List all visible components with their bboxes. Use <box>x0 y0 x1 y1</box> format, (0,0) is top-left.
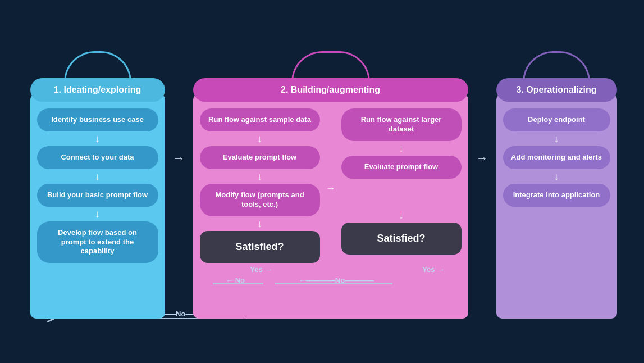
yes-label-left: Yes <box>250 265 263 274</box>
step-identify: Identify business use case <box>37 108 158 131</box>
arrow-c32: ↓ <box>554 171 559 182</box>
yes-no-row: Yes → Yes → <box>200 265 462 274</box>
yes-right-group: Yes → <box>422 265 444 274</box>
step-deploy: Deploy endpoint <box>503 108 610 131</box>
arrow2: ↓ <box>95 171 100 182</box>
step-integrate: Integrate into application <box>503 184 610 207</box>
col1-header: 1. Ideating/exploring <box>30 78 165 102</box>
col3-arc <box>523 51 590 82</box>
arrow-col2-col3: → <box>476 151 488 166</box>
building-left: Run flow against sample data ↓ Evaluate … <box>200 103 320 263</box>
col-building: 2. Building/augmenting Run flow against … <box>193 78 468 319</box>
col1-arc <box>64 51 131 82</box>
arrow-bl2: ↓ <box>257 171 262 182</box>
step-run-sample: Run flow against sample data <box>200 108 320 131</box>
arrow3: ↓ <box>95 209 100 219</box>
building-right: Run flow against larger dataset ↓ Evalua… <box>341 103 462 263</box>
yes-left-group: Yes → <box>250 265 272 274</box>
step-modify: Modify flow (prompts and tools, etc.) <box>200 184 320 216</box>
step-eval-right: Evaluate prompt flow <box>341 156 462 179</box>
arrow-sub: → <box>326 114 336 263</box>
arrow-c31: ↓ <box>554 134 559 144</box>
no-row: ← No ←————No———— <box>200 278 462 301</box>
col2-body: Run flow against sample data ↓ Evaluate … <box>193 94 468 319</box>
step-build-basic: Build your basic prompt flow <box>37 184 158 207</box>
arrow1: ↓ <box>95 134 100 144</box>
step-monitoring: Add monitoring and alerts <box>503 146 610 169</box>
col3-body: Deploy endpoint ↓ Add monitoring and ale… <box>496 94 617 319</box>
arrow-bl3: ↓ <box>257 219 262 229</box>
diagram: 1. Ideating/exploring Identify business … <box>13 33 631 330</box>
step-run-large: Run flow against larger dataset <box>341 108 462 141</box>
col3-header: 3. Operationalizing <box>496 78 617 102</box>
step-develop-flow: Develop flow based on prompt to extend t… <box>37 221 158 264</box>
svg-text:←————No————: ←————No———— <box>298 278 373 284</box>
col-ideating: 1. Ideating/exploring Identify business … <box>30 78 165 319</box>
arrow-br2: ↓ <box>399 210 404 220</box>
satisfied-right: Satisfied? <box>341 223 462 255</box>
arrow-bl1: ↓ <box>257 134 262 144</box>
feedback-svg: ← No ←————No———— <box>202 278 460 301</box>
arrow-yes-right: → <box>437 265 445 274</box>
arrow-br1: ↓ <box>399 143 404 153</box>
step-connect: Connect to your data <box>37 146 158 169</box>
yes-label-right: Yes <box>422 265 435 274</box>
building-inner: Run flow against sample data ↓ Evaluate … <box>200 103 462 263</box>
col2-header: 2. Building/augmenting <box>193 78 468 102</box>
col1-body: Identify business use case ↓ Connect to … <box>30 94 165 319</box>
arrow-col1-col2: → <box>173 151 185 166</box>
svg-text:← No: ← No <box>226 278 245 284</box>
satisfied-left: Satisfied? <box>200 231 320 263</box>
arrow-yes-left: → <box>265 265 272 274</box>
col2-arc <box>291 51 370 82</box>
col-operationalizing: 3. Operationalizing Deploy endpoint ↓ Ad… <box>496 78 617 319</box>
step-eval-left: Evaluate prompt flow <box>200 146 320 169</box>
